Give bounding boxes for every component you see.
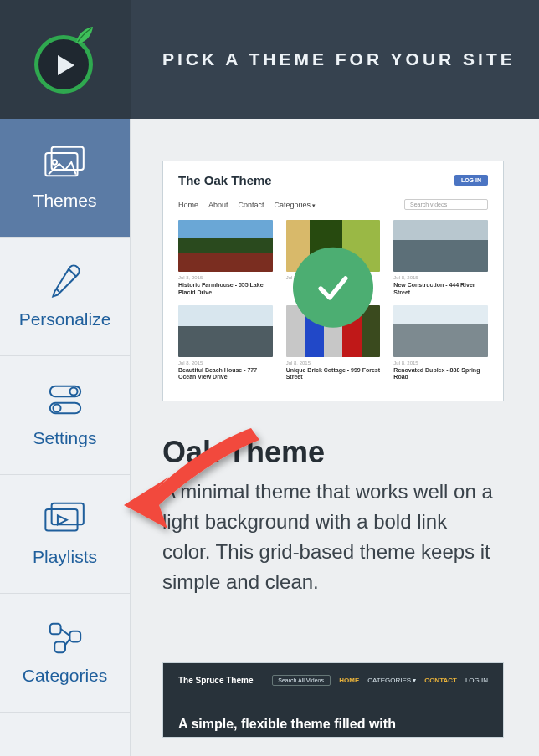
sidebar-item-more[interactable] bbox=[0, 713, 130, 756]
leaf-icon bbox=[73, 25, 95, 47]
spruce-title: The Spruce Theme bbox=[178, 676, 253, 685]
spruce-search: Search All Videos bbox=[272, 675, 331, 686]
top-header: PICK A THEME FOR YOUR SITE bbox=[0, 0, 539, 119]
sidebar-item-settings[interactable]: Settings bbox=[0, 356, 130, 475]
preview-nav: Home About Contact Categories Search vid… bbox=[178, 199, 488, 210]
spruce-nav-login: LOG IN bbox=[465, 677, 488, 684]
svg-point-4 bbox=[69, 387, 77, 395]
sidebar-item-label: Settings bbox=[33, 428, 97, 448]
theme-card-spruce[interactable]: The Spruce Theme Search All Videos HOME … bbox=[162, 662, 504, 738]
sidebar-item-personalize[interactable]: Personalize bbox=[0, 238, 130, 356]
svg-rect-10 bbox=[69, 631, 80, 641]
svg-rect-7 bbox=[51, 503, 83, 524]
toggles-icon bbox=[44, 383, 87, 416]
sidebar-item-categories[interactable]: Categories bbox=[0, 594, 130, 713]
svg-rect-8 bbox=[45, 509, 77, 530]
preview-nav-contact: Contact bbox=[239, 201, 264, 209]
theme-description: A minimal theme that works well on a lig… bbox=[162, 477, 497, 597]
svg-rect-9 bbox=[49, 623, 60, 634]
preview-cell: Jul 8, 2015 Historic Farmhouse - 555 Lak… bbox=[178, 220, 273, 297]
selected-check-icon bbox=[293, 248, 373, 328]
preview-nav-about: About bbox=[208, 201, 228, 209]
theme-heading: Oak Theme bbox=[162, 435, 507, 470]
sidebar-item-label: Playlists bbox=[33, 547, 97, 567]
svg-point-2 bbox=[52, 160, 56, 164]
categories-icon bbox=[44, 621, 87, 654]
sidebar-item-label: Categories bbox=[23, 666, 108, 686]
pencil-icon bbox=[44, 264, 87, 298]
preview-login-button: LOG IN bbox=[454, 175, 488, 186]
sidebar-item-themes[interactable]: Themes bbox=[0, 119, 130, 238]
main-content: The Oak Theme LOG IN Home About Contact … bbox=[131, 119, 539, 756]
play-icon bbox=[58, 55, 74, 75]
sidebar-item-playlists[interactable]: Playlists bbox=[0, 475, 130, 594]
preview-nav-home: Home bbox=[178, 201, 198, 209]
svg-point-6 bbox=[53, 404, 60, 411]
preview-search: Search videos bbox=[404, 199, 488, 210]
preview-cell: Jul 8, 2015 New Construction - 444 River… bbox=[393, 220, 488, 297]
playlist-icon bbox=[44, 502, 87, 535]
preview-title: The Oak Theme bbox=[178, 173, 272, 187]
spruce-nav: Search All Videos HOME CATEGORIES ▾ CONT… bbox=[272, 675, 488, 686]
preview-cell: Jul 8, 2015 Beautiful Beach House - 777 … bbox=[178, 305, 273, 382]
sidebar-item-label: Themes bbox=[33, 191, 97, 211]
sidebar-item-label: Personalize bbox=[19, 309, 111, 329]
sidebar: Themes Personalize Settings bbox=[0, 119, 131, 756]
spruce-nav-home: HOME bbox=[339, 677, 359, 684]
logo[interactable] bbox=[0, 0, 131, 119]
preview-nav-categories: Categories bbox=[275, 201, 316, 209]
spruce-nav-categories: CATEGORIES ▾ bbox=[367, 677, 416, 684]
theme-card-oak[interactable]: The Oak Theme LOG IN Home About Contact … bbox=[162, 161, 504, 401]
spruce-nav-contact: CONTACT bbox=[424, 677, 457, 684]
svg-rect-11 bbox=[54, 641, 65, 652]
image-icon bbox=[44, 146, 87, 179]
spruce-tagline: A simple, flexible theme filled with bbox=[178, 717, 396, 732]
page-title: PICK A THEME FOR YOUR SITE bbox=[131, 49, 539, 69]
preview-cell: Jul 8, 2015 Renovated Duplex - 888 Sprin… bbox=[393, 305, 488, 382]
